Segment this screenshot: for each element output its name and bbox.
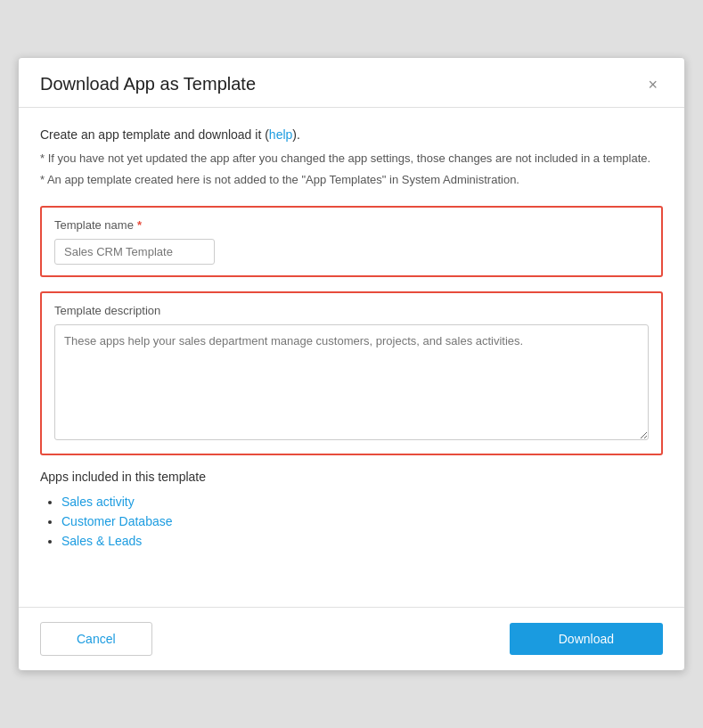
app-link-sales-activity[interactable]: Sales activity (61, 495, 135, 509)
dialog: Download App as Template × Create an app… (18, 57, 685, 671)
required-indicator: * (137, 218, 142, 232)
cancel-button[interactable]: Cancel (40, 622, 152, 656)
warning-text-2: * An app template created here is not ad… (40, 171, 663, 189)
list-item: Sales activity (61, 495, 663, 509)
template-name-field-group: Template name * (40, 206, 663, 277)
dialog-footer: Cancel Download (19, 607, 684, 670)
list-item: Customer Database (61, 514, 663, 528)
apps-section: Apps included in this template Sales act… (40, 470, 663, 548)
template-description-label: Template description (54, 304, 649, 317)
info-section: Create an app template and download it (… (40, 126, 663, 188)
template-name-label: Template name * (54, 218, 649, 232)
template-description-input[interactable] (54, 324, 649, 440)
close-button[interactable]: × (642, 75, 663, 94)
help-link[interactable]: help (269, 127, 292, 142)
info-line1: Create an app template and download it (… (40, 126, 663, 144)
dialog-header: Download App as Template × (19, 58, 684, 108)
info-suffix: ). (292, 127, 300, 142)
app-link-sales-leads[interactable]: Sales & Leads (61, 534, 142, 548)
warning-text-1: * If you have not yet updated the app af… (40, 150, 663, 168)
dialog-body: Create an app template and download it (… (19, 108, 684, 571)
template-name-input[interactable] (54, 239, 215, 265)
dialog-title: Download App as Template (40, 74, 256, 94)
list-item: Sales & Leads (61, 534, 663, 548)
apps-section-title: Apps included in this template (40, 470, 663, 484)
template-description-field-group: Template description (40, 291, 663, 455)
info-prefix: Create an app template and download it ( (40, 127, 269, 142)
apps-list: Sales activity Customer Database Sales &… (40, 495, 663, 548)
dialog-overlay: Download App as Template × Create an app… (0, 0, 703, 728)
download-button[interactable]: Download (510, 623, 663, 655)
app-link-customer-database[interactable]: Customer Database (61, 514, 173, 528)
